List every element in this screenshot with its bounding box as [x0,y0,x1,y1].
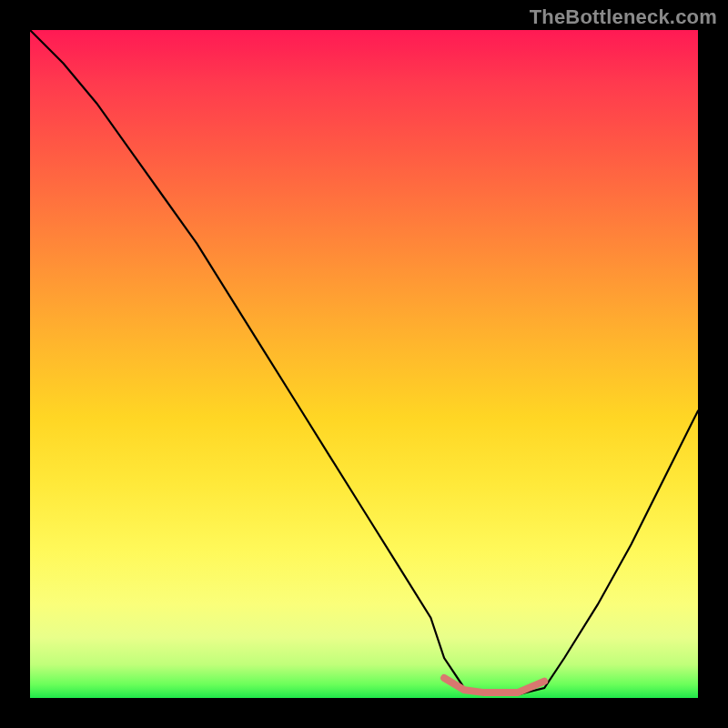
watermark-text: TheBottleneck.com [530,5,717,29]
chart-svg [30,30,698,698]
bottleneck-curve [30,30,698,694]
chart-frame: TheBottleneck.com [0,0,728,728]
